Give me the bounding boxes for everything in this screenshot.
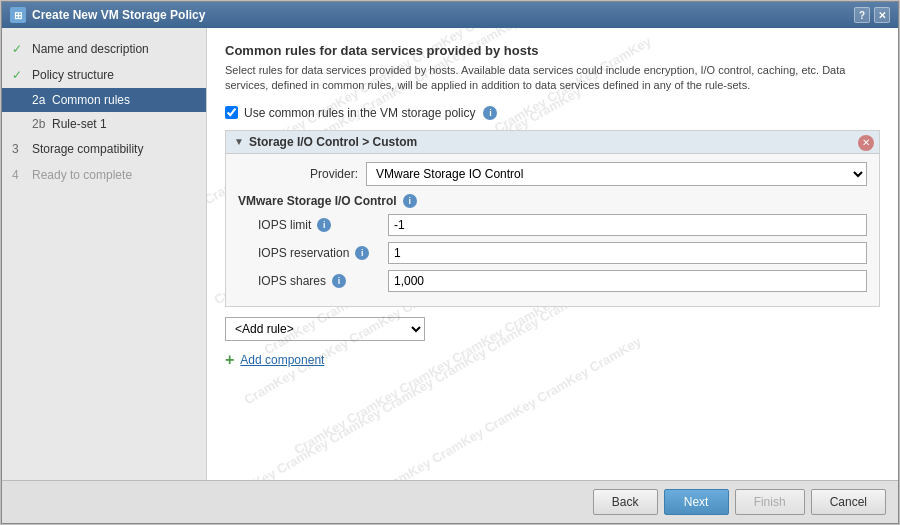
iops-shares-label: IOPS shares i [258, 274, 388, 288]
iops-limit-row: IOPS limit i [258, 214, 867, 236]
rule-close-button[interactable]: ✕ [858, 135, 874, 151]
cancel-button[interactable]: Cancel [811, 489, 886, 515]
add-rule-row: <Add rule> [225, 317, 880, 341]
common-rules-label: Use common rules in the VM storage polic… [244, 106, 475, 120]
sidebar-item-step2[interactable]: ✓ Policy structure [2, 62, 206, 88]
rule-body: Provider: VMware Storage IO Control VMwa… [226, 154, 879, 306]
close-button[interactable]: ✕ [874, 7, 890, 23]
common-rules-checkbox-row: Use common rules in the VM storage polic… [225, 106, 880, 120]
iops-limit-label-text: IOPS limit [258, 218, 311, 232]
title-bar: ⊞ Create New VM Storage Policy ? ✕ [2, 2, 898, 28]
main-content: CramKey CramKey CramKey CramKey CramKey … [207, 28, 898, 480]
common-rules-info-icon[interactable]: i [483, 106, 497, 120]
iops-reservation-row: IOPS reservation i [258, 242, 867, 264]
add-component-icon: + [225, 351, 234, 369]
subsection-title: VMware Storage I/O Control i [238, 194, 867, 208]
iops-shares-row: IOPS shares i [258, 270, 867, 292]
add-component-button[interactable]: Add component [240, 353, 324, 367]
iops-reservation-input[interactable] [388, 242, 867, 264]
section-title: Common rules for data services provided … [225, 43, 880, 58]
step2-label: Policy structure [32, 68, 114, 82]
add-rule-select[interactable]: <Add rule> [225, 317, 425, 341]
provider-select[interactable]: VMware Storage IO Control [366, 162, 867, 186]
sidebar: ✓ Name and description ✓ Policy structur… [2, 28, 207, 480]
step4-label: Ready to complete [32, 168, 132, 182]
subsection-title-text: VMware Storage I/O Control [238, 194, 397, 208]
step2a-num: 2a [32, 93, 46, 107]
provider-value: VMware Storage IO Control [366, 162, 867, 186]
iops-reservation-label: IOPS reservation i [258, 246, 388, 260]
add-component-row: + Add component [225, 351, 880, 369]
step2-check-icon: ✓ [12, 68, 26, 82]
title-bar-controls: ? ✕ [854, 7, 890, 23]
iops-limit-label: IOPS limit i [258, 218, 388, 232]
iops-shares-input[interactable] [388, 270, 867, 292]
help-button[interactable]: ? [854, 7, 870, 23]
step1-label: Name and description [32, 42, 149, 56]
sidebar-item-step2b[interactable]: 2b Rule-set 1 [2, 112, 206, 136]
iops-shares-input-wrapper [388, 270, 867, 292]
iops-shares-label-text: IOPS shares [258, 274, 326, 288]
step3-label: Storage compatibility [32, 142, 143, 156]
sidebar-item-step2a[interactable]: 2a Common rules [2, 88, 206, 112]
iops-shares-info-icon[interactable]: i [332, 274, 346, 288]
step3-num: 3 [12, 142, 26, 156]
iops-reservation-input-wrapper [388, 242, 867, 264]
step2a-label: Common rules [52, 93, 130, 107]
step2b-num: 2b [32, 117, 46, 131]
iops-limit-info-icon[interactable]: i [317, 218, 331, 232]
iops-reservation-info-icon[interactable]: i [355, 246, 369, 260]
rule-header-text: Storage I/O Control > Custom [249, 135, 417, 149]
next-button[interactable]: Next [664, 489, 729, 515]
section-desc: Select rules for data services provided … [225, 63, 880, 94]
dialog-title: Create New VM Storage Policy [32, 8, 205, 22]
step1-check-icon: ✓ [12, 42, 26, 56]
iops-limit-input[interactable] [388, 214, 867, 236]
content-area: ✓ Name and description ✓ Policy structur… [2, 28, 898, 480]
sidebar-item-step4: 4 Ready to complete [2, 162, 206, 188]
finish-button: Finish [735, 489, 805, 515]
provider-row: Provider: VMware Storage IO Control [238, 162, 867, 186]
rule-collapse-icon[interactable]: ▼ [234, 136, 244, 147]
sidebar-item-step3[interactable]: 3 Storage compatibility [2, 136, 206, 162]
provider-label: Provider: [238, 167, 358, 181]
dialog-icon: ⊞ [10, 7, 26, 23]
sidebar-item-step1[interactable]: ✓ Name and description [2, 36, 206, 62]
dialog-window: ⊞ Create New VM Storage Policy ? ✕ ✓ Nam… [1, 1, 899, 524]
common-rules-checkbox[interactable] [225, 106, 238, 119]
footer: Back Next Finish Cancel [2, 480, 898, 523]
iops-limit-input-wrapper [388, 214, 867, 236]
title-bar-left: ⊞ Create New VM Storage Policy [10, 7, 205, 23]
rule-section: ▼ Storage I/O Control > Custom ✕ Provide… [225, 130, 880, 307]
back-button[interactable]: Back [593, 489, 658, 515]
iops-reservation-label-text: IOPS reservation [258, 246, 349, 260]
subsection-info-icon[interactable]: i [403, 194, 417, 208]
rule-header: ▼ Storage I/O Control > Custom ✕ [226, 131, 879, 154]
step2b-label: Rule-set 1 [52, 117, 107, 131]
step4-num: 4 [12, 168, 26, 182]
